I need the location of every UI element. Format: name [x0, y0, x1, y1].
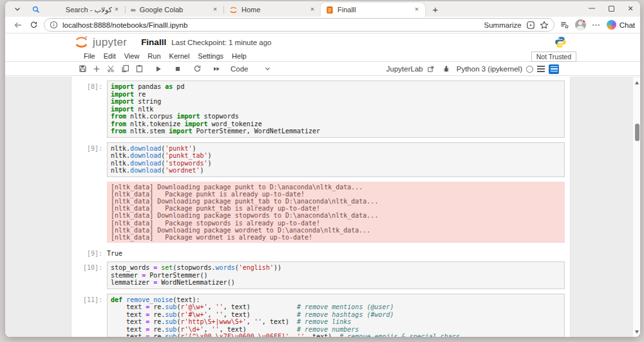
- add-cell-button[interactable]: [90, 63, 103, 75]
- code-line: stemmer = PorterStemmer(): [111, 272, 561, 280]
- stderr-line: [nltk_data] Downloading package punkt to…: [111, 184, 561, 191]
- tab-search-chevron-icon[interactable]: [9, 3, 26, 15]
- minimize-button[interactable]: [582, 1, 601, 15]
- stderr-line: [nltk_data] Package punkt is already up-…: [111, 191, 561, 198]
- trust-badge[interactable]: Not Trusted: [531, 52, 576, 62]
- stderr-line: [nltk_data] Package stopwords is already…: [111, 220, 561, 227]
- code-line: nltk.download('punkt'): [111, 145, 561, 153]
- menu-help[interactable]: Help: [232, 52, 247, 60]
- save-button[interactable]: [76, 63, 89, 75]
- chat-label: Chat: [620, 21, 635, 29]
- scrollbar[interactable]: [632, 77, 640, 337]
- cell-prompt: [9]:: [71, 247, 107, 257]
- code-line: from nltk.corpus import stopwords: [111, 113, 561, 120]
- stderr-line: [nltk_data] Package punkt_tab is already…: [111, 205, 561, 212]
- collections-icon[interactable]: [560, 21, 569, 30]
- interrupt-kernel-button[interactable]: [171, 63, 184, 75]
- notebook-cells: [8]:import pandas as pdimport reimport s…: [71, 77, 571, 337]
- cell-prompt: [10]:: [71, 261, 107, 289]
- new-tab-button[interactable]: +: [428, 3, 443, 15]
- code-line: nltk.download('wordnet'): [111, 167, 561, 175]
- copilot-chat-button[interactable]: Chat: [607, 20, 635, 30]
- tab-title: Search - كولاب: [44, 6, 112, 14]
- scrollbar-up-icon[interactable]: [633, 79, 640, 86]
- browser-tab-search[interactable]: Search - كولاب ×: [27, 3, 125, 17]
- stderr-line: [nltk_data] Downloading package punkt_ta…: [111, 198, 561, 205]
- jupyter-icon: [229, 6, 238, 14]
- copilot-icon: [607, 20, 616, 30]
- maximize-button[interactable]: [601, 1, 621, 15]
- browser-actions: ⋯ Chat: [560, 19, 635, 30]
- code-line: nltk.download('punkt_tab'): [111, 152, 561, 160]
- code-line: text = re.sub(r'#\w+', '', text) # remov…: [111, 311, 561, 319]
- code-cell-editor[interactable]: import pandas as pdimport reimport strin…: [107, 81, 565, 138]
- menu-kernel[interactable]: Kernel: [169, 52, 190, 60]
- jupyter-logo-icon[interactable]: [75, 35, 88, 49]
- cell-prompt: [11]:: [71, 294, 107, 337]
- menu-view[interactable]: View: [124, 52, 140, 60]
- tab-close-icon[interactable]: ×: [412, 5, 421, 14]
- code-line: text = re.sub(r'@\w+', '', text) # remov…: [111, 303, 561, 311]
- browser-tab-home[interactable]: Home ×: [224, 3, 321, 17]
- browser-tab-finalll-active[interactable]: Finalll ×: [321, 3, 425, 17]
- restart-kernel-button[interactable]: [191, 63, 204, 75]
- menu-run[interactable]: Run: [147, 52, 160, 60]
- refresh-icon[interactable]: [26, 18, 41, 32]
- copy-cell-button[interactable]: [118, 63, 131, 75]
- code-line: import string: [111, 98, 561, 106]
- tab-title: Google Colab: [140, 6, 211, 14]
- menu-edit[interactable]: Edit: [104, 52, 116, 60]
- jupyter-page: jupyter Finalll Last Checkpoint: 1 minut…: [5, 33, 640, 337]
- code-cell-editor[interactable]: stop_words = set(stopwords.words('englis…: [107, 261, 565, 289]
- kernel-name[interactable]: Python 3 (ipykernel): [457, 65, 522, 73]
- external-link-icon[interactable]: [427, 65, 435, 73]
- stderr-line: [nltk_data] Downloading package wordnet …: [111, 227, 561, 234]
- close-button[interactable]: ×: [621, 1, 640, 15]
- jupyterlab-link[interactable]: JupyterLab: [386, 65, 423, 73]
- profile-avatar[interactable]: [575, 19, 586, 30]
- menu-settings[interactable]: Settings: [198, 52, 223, 60]
- chevron-down-icon[interactable]: [264, 65, 271, 72]
- cell-prompt: [9]:: [71, 142, 107, 177]
- notebook-title[interactable]: Finalll: [141, 37, 166, 47]
- site-info-icon[interactable]: [50, 21, 58, 29]
- code-cell-editor[interactable]: def remove_noise(text): text = re.sub(r'…: [107, 294, 565, 337]
- tab-title: Finalll: [337, 6, 412, 14]
- code-line: from nltk.tokenize import word_tokenize: [111, 120, 561, 128]
- cut-cell-button[interactable]: [104, 63, 117, 75]
- tab-close-icon[interactable]: ×: [308, 5, 317, 14]
- stderr-line: [nltk_data] Downloading package stopword…: [111, 212, 561, 219]
- stderr-line: [nltk_data] Package wordnet is already u…: [111, 234, 561, 241]
- back-icon[interactable]: [10, 18, 26, 32]
- tab-close-icon[interactable]: ×: [112, 5, 121, 14]
- code-line: stop_words = set(stopwords.words('englis…: [111, 264, 561, 272]
- cell-type-dropdown[interactable]: Code: [231, 65, 249, 73]
- tab-close-icon[interactable]: ×: [211, 5, 220, 14]
- debugger-bug-icon[interactable]: [442, 65, 450, 73]
- output-cell: [9]:True: [71, 247, 570, 257]
- window-controls: ×: [582, 1, 640, 15]
- virtual-scrollbar-toggle-icon[interactable]: [549, 64, 559, 74]
- scrollbar-down-icon[interactable]: [633, 328, 640, 336]
- kernel-menu-icon[interactable]: [537, 66, 545, 72]
- browser-menu-icon[interactable]: ⋯: [592, 20, 601, 30]
- code-line: text = re.sub(r'http\S+|www\S+', '', tex…: [111, 318, 561, 326]
- code-line: lemmatizer = WordNetLemmatizer(): [111, 279, 561, 287]
- code-cell-editor[interactable]: nltk.download('punkt')nltk.download('pun…: [107, 142, 565, 177]
- paste-cell-button[interactable]: [133, 63, 146, 75]
- copilot-summarize-icon[interactable]: [526, 21, 535, 30]
- browser-tab-colab[interactable]: ∞ Google Colab ×: [126, 3, 223, 17]
- restart-run-all-button[interactable]: [210, 63, 223, 75]
- run-cell-button[interactable]: [152, 63, 165, 75]
- stderr-output: [nltk_data] Downloading package punkt to…: [107, 182, 565, 243]
- url-bar[interactable]: localhost:8888/notebooks/Finalll.ipynb S…: [44, 18, 554, 32]
- favorite-star-icon[interactable]: [540, 21, 549, 30]
- code-line: import nltk: [111, 106, 561, 113]
- code-line: nltk.download('stopwords'): [111, 160, 561, 167]
- summarize-button[interactable]: Summarize: [484, 21, 522, 29]
- menu-bar: File Edit View Run Kernel Settings Help …: [5, 51, 640, 62]
- menu-file[interactable]: File: [84, 52, 95, 60]
- code-line: from nltk.stem import PorterStemmer, Wor…: [111, 128, 561, 135]
- scrollbar-thumb[interactable]: [635, 124, 639, 141]
- code-line: import re: [111, 91, 561, 99]
